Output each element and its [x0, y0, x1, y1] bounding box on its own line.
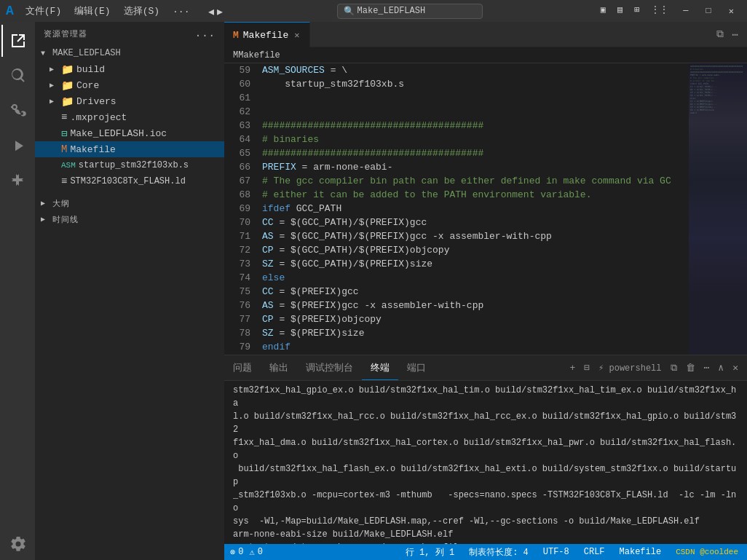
search-icon: 🔍 — [344, 6, 355, 17]
line-ending-label[interactable]: CRLF — [581, 547, 608, 557]
editor-panel-area: M Makefile ✕ ⧉ ⋯ M Makefile 59 60 61 — [224, 22, 747, 560]
search-nav-icon[interactable] — [1, 60, 33, 92]
ln-64: 64 — [224, 133, 256, 146]
window-controls: ▣ ▤ ⊞ ⋮⋮ — □ ✕ — [596, 3, 741, 20]
tree-item-makefile[interactable]: M Makefile — [35, 141, 224, 157]
ln-77: 77 — [224, 312, 256, 326]
tree-item-ld[interactable]: ≡ STM32F103C8Tx_FLASH.ld — [35, 173, 224, 189]
panel-tab-terminal[interactable]: 终端 — [362, 355, 398, 380]
tab-actions: ⧉ ⋯ — [714, 22, 747, 47]
layout-icon4[interactable]: ⋮⋮ — [647, 3, 673, 20]
split-editor-button[interactable]: ⧉ — [714, 27, 727, 42]
timeline-header[interactable]: ▶ 时间线 — [35, 211, 224, 227]
terminal-line-2: f1xx_hal_dma.o build/stm32f1xx_hal_corte… — [233, 436, 738, 462]
extensions-icon[interactable] — [1, 165, 33, 197]
cursor-position[interactable]: 行 1, 列 1 — [403, 546, 457, 559]
code-line-61 — [262, 91, 683, 105]
nav-back[interactable]: ◂ — [208, 4, 214, 18]
split-terminal-button[interactable]: ⊟ — [581, 360, 593, 375]
add-terminal-button[interactable]: + — [566, 361, 578, 375]
mxproject-icon: ≡ — [61, 111, 67, 123]
breadcrumb-label: Makefile — [238, 50, 280, 60]
tree-item-mxproject[interactable]: ≡ .mxproject — [35, 109, 224, 125]
terminal-type-text: powershell — [609, 363, 662, 374]
outline-header[interactable]: ▶ 大纲 — [35, 195, 224, 211]
terminal-trash-icon[interactable]: 🗑 — [683, 361, 698, 375]
code-line-74: else — [262, 271, 683, 285]
ln-62: 62 — [224, 105, 256, 119]
tree-item-startup[interactable]: ASM startup_stm32f103xb.s — [35, 157, 224, 173]
git-icon[interactable] — [1, 95, 33, 127]
layout-icon1[interactable]: ▣ — [596, 3, 610, 20]
code-line-69: ifdef GCC_PATH — [262, 202, 683, 216]
tree-item-core[interactable]: ▶ 📁 Core — [35, 77, 224, 93]
tree-item-build[interactable]: ▶ 📁 build — [35, 61, 224, 77]
layout-icon2[interactable]: ▤ — [613, 3, 627, 20]
ln-63: 63 — [224, 119, 256, 133]
ln-66: 66 — [224, 160, 256, 174]
nav-forward[interactable]: ▸ — [217, 4, 223, 18]
close-button[interactable]: ✕ — [722, 3, 741, 20]
ln-70: 70 — [224, 216, 256, 229]
menu-select[interactable]: 选择(S) — [118, 3, 165, 19]
menu-edit[interactable]: 编辑(E) — [68, 3, 116, 19]
ln-69: 69 — [224, 202, 256, 216]
code-content[interactable]: ASM_SOURCES = \ startup_stm32f103xb.s ##… — [256, 63, 689, 355]
build-folder-icon: 📁 — [61, 63, 74, 76]
tree-item-drivers[interactable]: ▶ 📁 Drivers — [35, 93, 224, 109]
makefile-file-icon: M — [61, 143, 67, 155]
search-box[interactable]: 🔍 Make_LEDFLASH — [337, 4, 483, 19]
tab-makefile-icon: M — [233, 30, 239, 41]
indent-setting[interactable]: 制表符长度: 4 — [466, 546, 531, 559]
more-actions-button[interactable]: ⋯ — [730, 27, 741, 42]
panel-chevron-up[interactable]: ∧ — [715, 360, 727, 375]
menu-bar: 文件(F) 编辑(E) 选择(S) ... — [20, 3, 196, 19]
tree-root-item[interactable]: ▼ MAKE_LEDFLASH — [35, 45, 224, 61]
tree-item-ioc[interactable]: ⊟ Make_LEDFLASH.ioc — [35, 125, 224, 141]
code-line-59: ASM_SOURCES = \ — [262, 63, 683, 77]
code-line-73: SZ = $(GCC_PATH)/$(PREFIX)size — [262, 257, 683, 271]
code-line-70: CC = $(GCC_PATH)/$(PREFIX)gcc — [262, 216, 683, 229]
minimize-button[interactable]: — — [676, 3, 695, 20]
status-errors[interactable]: ⊗ 0 ⚠ 0 — [230, 547, 263, 558]
panel-tab-problems[interactable]: 问题 — [224, 355, 261, 380]
language-label[interactable]: Makefile — [617, 547, 665, 557]
ln-74: 74 — [224, 271, 256, 285]
code-line-71: AS = $(GCC_PATH)/$(PREFIX)gcc -x assembl… — [262, 229, 683, 243]
app-icon: A — [6, 4, 14, 18]
menu-file[interactable]: 文件(F) — [20, 3, 67, 19]
sidebar-more-button[interactable]: ... — [195, 28, 216, 39]
startup-label: startup_stm32f103xb.s — [79, 160, 189, 170]
terminal-split-icon[interactable]: ⧉ — [668, 361, 680, 375]
panel-close-button[interactable]: ✕ — [730, 360, 741, 375]
maximize-button[interactable]: □ — [699, 3, 719, 20]
breadcrumb-file: M — [233, 50, 238, 60]
errors-icon: ⊗ — [230, 547, 235, 558]
ln-61: 61 — [224, 91, 256, 105]
code-line-66: PREFIX = arm-none-eabi- — [262, 160, 683, 174]
panel-tab-debug[interactable]: 调试控制台 — [297, 355, 362, 380]
layout-icon3[interactable]: ⊞ — [630, 3, 644, 20]
panel-tab-output[interactable]: 输出 — [261, 355, 297, 380]
menu-more[interactable]: ... — [167, 3, 195, 19]
panel-tab-ports[interactable]: 端口 — [398, 355, 435, 380]
debug-nav-icon[interactable] — [1, 130, 33, 162]
encoding-label[interactable]: UTF-8 — [540, 547, 572, 557]
ln-73: 73 — [224, 257, 256, 271]
code-line-65: ####################################### — [262, 146, 683, 160]
outline-section: ▶ 大纲 ▶ 时间线 — [35, 195, 224, 227]
explorer-icon[interactable] — [1, 25, 33, 57]
ln-76: 76 — [224, 299, 256, 312]
panel-more-button[interactable]: ⋯ — [701, 360, 713, 375]
panel-tab-terminal-label: 终端 — [371, 361, 390, 374]
panel-tab-ports-label: 端口 — [407, 361, 426, 374]
activity-bar — [0, 22, 35, 560]
tab-makefile[interactable]: M Makefile ✕ — [224, 22, 310, 47]
code-line-76: AS = $(PREFIX)gcc -x assembler-with-cpp — [262, 299, 683, 312]
tab-close-button[interactable]: ✕ — [293, 30, 301, 41]
makefile-label: Makefile — [70, 144, 115, 155]
code-area-wrapper: 59 60 61 62 63 64 65 66 67 68 69 70 71 7… — [224, 63, 747, 355]
terminal-content[interactable]: stm32f1xx_hal_gpio_ex.o build/stm32f1xx_… — [224, 381, 747, 544]
code-editor[interactable]: 59 60 61 62 63 64 65 66 67 68 69 70 71 7… — [224, 63, 689, 355]
settings-icon[interactable] — [1, 528, 33, 560]
